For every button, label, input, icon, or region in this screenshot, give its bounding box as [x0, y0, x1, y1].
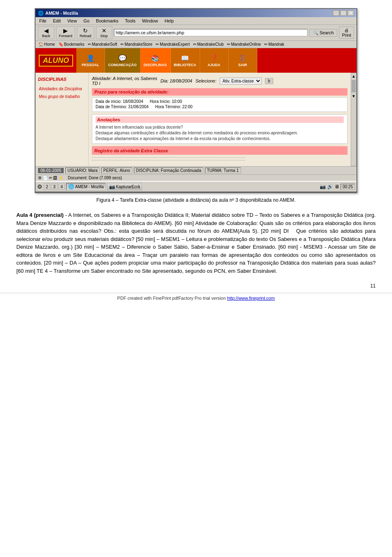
nav-tab-comunicacao[interactable]: 💬 COMUNICAÇÃO [105, 48, 140, 73]
bookmark-bookmarks[interactable]: 🔖 Bookmarks [57, 42, 86, 47]
bookmark-mandrakeonline[interactable]: ✏ MandrakeOnline [226, 42, 262, 47]
menu-go[interactable]: Go [82, 18, 91, 24]
menu-window[interactable]: Window [141, 18, 159, 24]
scroll-thumb[interactable] [352, 80, 356, 92]
menu-bookmarks[interactable]: Bookmarks [95, 18, 120, 24]
comunicacao-label: COMUNICAÇÃO [108, 63, 137, 67]
bookmark-mandrakeexpert[interactable]: ✏ MandrakeExpert [154, 42, 191, 47]
sidebar-section-title: DISCIPLINAS [37, 76, 87, 82]
dotted-line [92, 157, 245, 158]
page-num-2[interactable]: 2 [44, 183, 50, 190]
print-button[interactable]: 🖨 Print [339, 27, 354, 39]
forward-button[interactable]: ▶ Forward [56, 26, 75, 39]
kaptura-taskbar-icon: 📷 [109, 184, 115, 189]
page-num-4[interactable]: 4 [58, 183, 65, 190]
status-profile: PERFIL: Aluno [101, 167, 132, 174]
para-text: - A Internet, os Saberes e a Transposiçã… [16, 212, 376, 274]
menu-view[interactable]: View [66, 18, 78, 24]
amem-nav-tabs: 👤 PESSOAL 💬 COMUNICAÇÃO 📚 DISCIPLINAS 📖 … [76, 48, 356, 73]
browser-title: AMEM - Mozilla [45, 11, 78, 16]
address-input[interactable] [114, 29, 307, 36]
scroll-down-arrow[interactable]: ▼ [351, 93, 356, 99]
nav-tab-pessoal[interactable]: 👤 PESSOAL [76, 48, 105, 73]
pdf-footer-link[interactable]: http://www.fineprint.com [227, 296, 275, 301]
vertical-scrollbar[interactable]: ▲ ▼ [351, 73, 356, 166]
document-status-icons: ⚙ 📄 ✏ 🖼 ⚡ [38, 176, 63, 180]
minimize-btn[interactable]: _ [333, 10, 339, 16]
amem-taskbar-icon: 🌐 [68, 184, 74, 189]
taskbar-amem-window[interactable]: 🌐 AMEM - Mozilla [66, 183, 106, 190]
browser-icon: 🌐 [38, 11, 44, 16]
status-discipline: DISCIPLINA: Formação Continuada [134, 167, 203, 174]
bookmarks-bar: 🏠 Home 🔖 Bookmarks ✏ MandrakeSoft ✏ Mand… [36, 41, 356, 48]
amem-logo-text: ALUNO [39, 55, 73, 67]
menu-tools[interactable]: Tools [124, 18, 137, 24]
menu-edit[interactable]: Edit [52, 18, 62, 24]
annotation-1: A Internet tem influenciado sua prática … [96, 125, 344, 130]
start-date: Data de início: 18/08/2004 [96, 99, 143, 104]
sidebar-link-grupo[interactable]: Meu grupo de trabalho [37, 94, 87, 100]
nav-tab-sair[interactable]: 🚪 SAIR [229, 48, 257, 73]
close-btn[interactable]: ✕ [347, 10, 354, 16]
ajuda-label: AJUDA [208, 63, 220, 67]
dotted-line-2 [92, 160, 245, 160]
status-class: TURMA: Turma 1 [205, 167, 241, 174]
pessoal-label: PESSOAL [82, 63, 99, 67]
disciplinas-icon: 📚 [151, 54, 159, 62]
sair-label: SAIR [238, 63, 247, 67]
date-time-table: Data de início: 18/08/2004 Hora Início: … [92, 97, 347, 112]
page-num-3[interactable]: 3 [51, 183, 58, 190]
date-row-start: Data de início: 18/08/2004 Hora Início: … [96, 99, 344, 104]
activity-select-label: Selecione: [196, 78, 216, 83]
pessoal-icon: 👤 [87, 54, 95, 62]
activity-select[interactable]: Ativ. Extra-classe [220, 78, 262, 85]
start-time: Hora Início: 10:00 [150, 99, 182, 104]
bold-intro: Aula 4 (presencial) [16, 212, 64, 218]
disciplinas-label: DISCIPLINAS [144, 63, 167, 67]
annotation-2: Destaque algumas contribuições e dificul… [96, 130, 344, 136]
status-bar: 06-01-2005 USUÁRIO: Mara PERFIL: Aluno D… [36, 166, 356, 174]
content-wrapper: DISCIPLINAS Atividades da Disciplina Meu… [36, 73, 356, 166]
bookmark-mandrak[interactable]: ✏ Mandrak [263, 42, 285, 47]
address-bar [114, 29, 307, 36]
taskbar-time: 00:25 [341, 184, 355, 190]
main-paragraph: Aula 4 (presencial) - A Internet, os Sab… [16, 211, 376, 275]
stop-button[interactable]: ✕ Stop [96, 26, 112, 39]
nav-tab-biblioteca[interactable]: 📖 BIBLIOTECA [171, 48, 200, 73]
maximize-btn[interactable]: □ [340, 10, 347, 16]
mandrakestore-icon: ✏ [120, 42, 124, 47]
bookmark-mandrakesoft[interactable]: ✏ MandrakeSoft [87, 42, 118, 47]
mandrakesoft-icon: ✏ [88, 42, 91, 47]
nav-tab-ajuda[interactable]: ❓ AJUDA [200, 48, 229, 73]
bookmark-icon: 🔖 [58, 42, 63, 47]
taskbar-kaptura-window[interactable]: 📷 KapturarEcrã [107, 183, 142, 190]
bookmark-mandrakeclub[interactable]: ✏ MandrakeClub [192, 42, 225, 47]
deadline-header: Prazo para resolução da atividade: [92, 88, 347, 96]
bookmark-home[interactable]: 🏠 Home [37, 42, 56, 47]
sidebar-link-atividades[interactable]: Atividades da Disciplina [37, 86, 87, 92]
end-date: Data de Término: 31/08/2004 [96, 105, 149, 109]
mandrak-icon: ✏ [264, 42, 267, 47]
title-bar: 🌐 AMEM - Mozilla _ □ ✕ [36, 9, 356, 17]
annotations-title: Anotações [96, 116, 344, 123]
back-button[interactable]: ◀ Back [38, 26, 54, 39]
mandrakeexpert-icon: ✏ [156, 42, 159, 47]
window-controls: _ □ ✕ [333, 10, 354, 16]
reload-button[interactable]: ↻ Reload [77, 26, 94, 39]
activity-date: Dia: 18/08/2004 [160, 78, 192, 83]
activity-go-button[interactable]: Ir [265, 78, 273, 84]
taskbar-icon-3: 🖥 [334, 184, 339, 189]
scroll-up-arrow[interactable]: ▲ [351, 73, 356, 79]
pdf-footer: PDF created with FinePrint pdfFactory Pr… [0, 293, 392, 303]
menu-file[interactable]: File [38, 18, 48, 24]
sair-icon: 🚪 [238, 54, 247, 62]
amem-logo: ALUNO [36, 53, 76, 68]
bookmark-mandrakestore[interactable]: ✏ MandrakeStore [119, 42, 154, 47]
page-number: 11 [0, 283, 392, 289]
search-button[interactable]: 🔍 Search [309, 29, 338, 37]
menu-help[interactable]: Help [163, 18, 175, 24]
menu-bar: File Edit View Go Bookmarks Tools Window… [36, 17, 356, 25]
end-time: Hora Término: 22:00 [155, 105, 193, 109]
nav-tab-disciplinas[interactable]: 📚 DISCIPLINAS [140, 48, 171, 73]
document-status-bar: ⚙ 📄 ✏ 🖼 ⚡ Document: Done (7.099 secs) [36, 174, 356, 181]
